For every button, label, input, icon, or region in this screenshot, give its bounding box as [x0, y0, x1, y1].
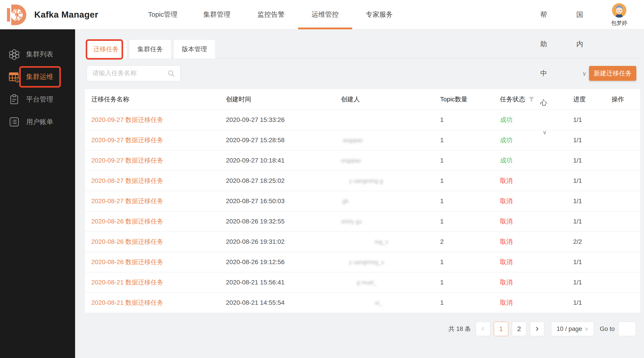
create-time: 2020-09-27 15:33:26	[226, 116, 340, 124]
username: 包梦婷	[606, 20, 633, 27]
table-row: 2020-08-27 数据迁移任务 2020-08-27 18:25:02 y …	[85, 170, 640, 191]
progress: 1/1	[573, 177, 611, 184]
nav-topic-management[interactable]: Topic管理	[136, 0, 190, 29]
create-time: 2020-09-27 10:18:41	[226, 157, 340, 164]
topic-count: 1	[440, 177, 500, 184]
page-1-button[interactable]: 1	[494, 322, 508, 336]
status-badge: 成功	[500, 116, 512, 123]
status-badge: 取消	[500, 177, 512, 184]
prev-page-button[interactable]: ‹	[476, 322, 490, 336]
create-time: 2020-08-27 16:50:03	[226, 197, 340, 205]
total-count: 共 18 条	[448, 325, 471, 333]
progress: 1/1	[573, 258, 611, 266]
top-nav: Topic管理 集群管理 监控告警 运维管控 专家服务	[136, 0, 406, 29]
goto-page-input[interactable]	[618, 322, 636, 336]
goto-label: Go to	[600, 325, 615, 332]
creator-redacted: shirly gu	[341, 218, 362, 225]
task-name-link[interactable]: 2020-08-27 数据迁移任务	[91, 177, 163, 184]
tab-version-management[interactable]: 版本管理	[174, 40, 215, 59]
task-name-link[interactable]: 2020-08-21 数据迁移任务	[91, 299, 163, 306]
nav-cluster-management[interactable]: 集群管理	[190, 0, 244, 29]
topic-count: 1	[440, 197, 500, 205]
progress: 1/1	[573, 157, 611, 164]
status-badge: 成功	[500, 137, 512, 144]
status-badge: 取消	[500, 299, 512, 306]
creator-redacted: y uangming_v	[349, 259, 384, 265]
table-header-row: 迁移任务名称 创建时间 创建人 Topic数量 任务状态 进度 操作	[85, 89, 640, 110]
status-badge: 成功	[500, 157, 512, 164]
col-progress: 进度	[573, 95, 611, 104]
help-center-label: 帮助中心	[540, 11, 547, 106]
nav-ops-control[interactable]: 运维管控	[298, 0, 352, 29]
status-badge: 取消	[500, 218, 512, 225]
page-size-select[interactable]: 10 / page ∨	[551, 322, 594, 336]
topic-count: 1	[440, 258, 500, 266]
task-name-link[interactable]: 2020-08-27 数据迁移任务	[91, 197, 163, 204]
progress: 1/1	[573, 218, 611, 225]
sidebar-item-cluster-ops[interactable]: $ 集群运维	[0, 66, 75, 88]
sidebar-item-label: 平台管理	[26, 95, 53, 104]
app-title: Kafka Manager	[34, 0, 98, 29]
task-name-link[interactable]: 2020-08-26 数据迁移任务	[91, 218, 163, 225]
toolbar: 新建迁移任务	[85, 66, 640, 81]
create-time: 2020-08-26 19:32:55	[226, 218, 340, 225]
col-creator: 创建人	[340, 95, 440, 104]
task-name-link[interactable]: 2020-08-21 数据迁移任务	[91, 279, 163, 286]
creator-redacted: g muel_	[357, 279, 377, 286]
task-search-box	[87, 66, 180, 81]
table-row: 2020-08-26 数据迁移任务 2020-08-26 19:32:55 sh…	[85, 211, 640, 231]
migration-task-table: 迁移任务名称 创建时间 创建人 Topic数量 任务状态 进度 操作 2020-…	[85, 89, 640, 313]
sidebar: 集群列表 $ 集群运维	[0, 29, 75, 358]
task-name-link[interactable]: 2020-09-27 数据迁移任务	[91, 137, 163, 144]
topic-count: 1	[440, 116, 500, 124]
task-name-link[interactable]: 2020-09-27 数据迁移任务	[91, 157, 163, 164]
sidebar-item-label: 用户账单	[26, 117, 53, 127]
progress: 1/1	[573, 137, 611, 144]
task-name-link[interactable]: 2020-09-27 数据迁移任务	[91, 116, 163, 123]
status-badge: 取消	[500, 279, 512, 286]
page-2-button[interactable]: 2	[512, 322, 526, 336]
filter-funnel-icon[interactable]	[529, 97, 534, 102]
help-center-menu[interactable]: 帮助中心∨	[540, 0, 547, 147]
sidebar-item-label: 集群列表	[26, 50, 53, 59]
next-page-button[interactable]: ›	[530, 322, 544, 336]
create-time: 2020-08-27 18:25:02	[226, 177, 340, 184]
sidebar-item-platform-management[interactable]: 平台管理	[0, 88, 75, 111]
status-badge: 取消	[500, 238, 512, 245]
topic-count: 1	[440, 218, 500, 225]
col-task-status-label: 任务状态	[500, 95, 525, 104]
clipboard-icon	[8, 94, 20, 105]
nav-monitoring-alerts[interactable]: 监控告警	[244, 0, 298, 29]
sidebar-item-cluster-list[interactable]: 集群列表	[0, 43, 75, 66]
table-row: 2020-08-21 数据迁移任务 2020-08-21 14:55:54 ul…	[85, 292, 640, 313]
nav-expert-service[interactable]: 专家服务	[352, 0, 406, 29]
avatar	[612, 3, 626, 18]
sidebar-item-user-billing[interactable]: 用户账单	[0, 111, 75, 133]
creator-redacted: angqiao	[343, 137, 363, 144]
col-create-time: 创建时间	[226, 95, 340, 104]
search-icon[interactable]	[168, 70, 175, 77]
task-name-link[interactable]: 2020-08-26 数据迁移任务	[91, 258, 163, 265]
create-time: 2020-08-26 19:31:02	[226, 238, 340, 245]
status-badge: 取消	[500, 197, 512, 204]
chevron-down-icon: ∨	[582, 70, 586, 77]
task-name-link[interactable]: 2020-08-26 数据迁移任务	[91, 238, 163, 245]
chevron-down-icon: ∨	[585, 326, 588, 332]
svg-text:$: $	[16, 78, 18, 82]
table-row: 2020-08-27 数据迁移任务 2020-08-27 16:50:03 gh…	[85, 191, 640, 211]
create-time: 2020-08-26 19:12:56	[226, 258, 340, 266]
chevron-down-icon: ∨	[542, 129, 547, 136]
region-selector[interactable]: 国内∨	[576, 0, 586, 88]
table-row: 2020-08-26 数据迁移任务 2020-08-26 19:12:56 y …	[85, 252, 640, 272]
region-label: 国内	[576, 11, 583, 48]
tab-cluster-tasks[interactable]: 集群任务	[129, 40, 171, 59]
create-time: 2020-08-21 15:56:41	[226, 279, 340, 286]
topic-count: 1	[440, 279, 500, 286]
new-migration-task-button[interactable]: 新建迁移任务	[589, 66, 636, 81]
user-menu[interactable]: 包梦婷	[606, 3, 633, 27]
search-input[interactable]	[87, 66, 164, 81]
progress: 1/1	[573, 299, 611, 306]
sidebar-item-label: 集群运维	[26, 72, 53, 82]
tab-migration-tasks[interactable]: 迁移任务	[85, 40, 127, 59]
page-size-value: 10 / page	[557, 325, 582, 332]
